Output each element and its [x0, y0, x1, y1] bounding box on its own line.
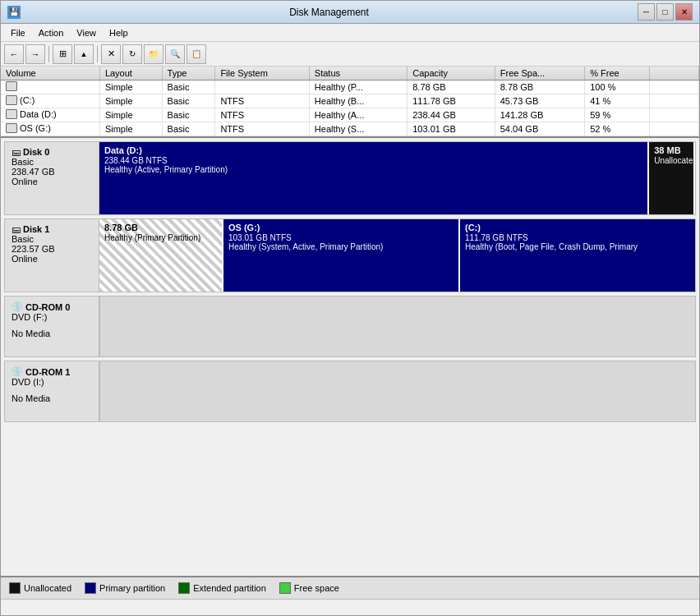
cell-type: Basic — [162, 80, 215, 94]
legend-extended: Extended partition — [178, 582, 266, 594]
col-extra — [650, 67, 699, 80]
col-pctfree[interactable]: % Free — [585, 67, 650, 80]
col-volume[interactable]: Volume — [1, 67, 99, 80]
partition-name: 8.78 GB — [104, 223, 217, 232]
cell-type: Basic — [162, 108, 215, 122]
menu-view[interactable]: View — [70, 26, 103, 39]
back-button[interactable]: ← — [4, 44, 24, 64]
cell-layout: Simple — [99, 94, 162, 108]
cell-free: 45.73 GB — [495, 94, 584, 108]
partition-name: 38 MB — [654, 145, 688, 155]
cdrom-0-label: 💿 CD-ROM 0 DVD (F:) No Media — [5, 297, 99, 356]
volume-table: Volume Layout Type File System Status Ca… — [1, 67, 699, 138]
partition-status: Healthy (Boot, Page File, Crash Dump, Pr… — [465, 242, 690, 251]
disk-0-data-partition[interactable]: Data (D:) 238.44 GB NTFS Healthy (Active… — [99, 142, 649, 214]
title-bar-left: 💾 — [7, 6, 21, 19]
partition-name: OS (G:) — [228, 223, 454, 232]
disk-1-type: Basic — [12, 234, 92, 244]
disk-0-status: Online — [12, 177, 92, 186]
cdrom-0-type: DVD (F:) — [12, 312, 92, 322]
col-capacity[interactable]: Capacity — [408, 67, 495, 80]
maximize-button[interactable]: □ — [656, 3, 674, 21]
cdrom-1-row: 💿 CD-ROM 1 DVD (I:) No Media — [4, 361, 696, 422]
partition-size: 238.44 GB NTFS — [104, 156, 642, 165]
partition-size: 111.78 GB NTFS — [465, 233, 690, 242]
disk-1-c-partition[interactable]: (C:) 111.78 GB NTFS Healthy (Boot, Page … — [460, 219, 695, 292]
disk-view: 🖴 Disk 0 Basic 238.47 GB Online Data (D:… — [1, 138, 699, 576]
cell-layout: Simple — [99, 122, 162, 136]
cell-extra — [650, 122, 699, 136]
menu-action[interactable]: Action — [32, 26, 71, 39]
cell-layout: Simple — [99, 80, 162, 94]
disk-0-unallocated[interactable]: 38 MB Unallocated — [649, 142, 695, 214]
cell-fs: NTFS — [215, 108, 309, 122]
cdrom-0-icon: 💿 — [12, 301, 23, 312]
cell-volume: OS (G:) — [1, 122, 99, 136]
cdrom-1-label: 💿 CD-ROM 1 DVD (I:) No Media — [5, 361, 99, 421]
col-freespace[interactable]: Free Spa... — [495, 67, 584, 80]
toolbar: ← → ⊞ ▲ ✕ ↻ 📁 🔍 📋 — [1, 42, 699, 67]
properties-button[interactable]: ⊞ — [53, 44, 72, 64]
menu-bar: File Action View Help — [1, 24, 699, 42]
legend-label-unallocated: Unallocated — [24, 583, 71, 593]
table-row[interactable]: (C:) Simple Basic NTFS Healthy (B... 111… — [1, 94, 699, 108]
menu-file[interactable]: File — [4, 26, 32, 39]
cdrom-1-type: DVD (I:) — [12, 377, 92, 387]
col-status[interactable]: Status — [309, 67, 407, 80]
toolbar-separator-2 — [97, 46, 98, 62]
col-type[interactable]: Type — [162, 67, 215, 80]
cell-extra — [650, 80, 699, 94]
partition-status: Healthy (Active, Primary Partition) — [104, 165, 642, 174]
refresh-button[interactable]: ↻ — [122, 44, 142, 64]
cell-free: 8.78 GB — [495, 80, 584, 94]
cdrom-1-area — [99, 361, 695, 421]
col-layout[interactable]: Layout — [99, 67, 162, 80]
disk-0-name: Disk 0 — [23, 147, 49, 157]
disk-icon — [6, 95, 17, 105]
export-button[interactable]: 📋 — [187, 44, 206, 64]
delete-button[interactable]: ✕ — [101, 44, 121, 64]
disk-0-partitions: Data (D:) 238.44 GB NTFS Healthy (Active… — [99, 142, 695, 214]
cell-volume: (C:) — [1, 94, 99, 108]
cell-pct: 100 % — [585, 80, 650, 94]
window-title: Disk Management — [21, 7, 638, 18]
partition-status: Healthy (System, Active, Primary Partiti… — [228, 242, 454, 251]
cell-volume — [1, 80, 99, 94]
legend-unallocated: Unallocated — [9, 582, 71, 594]
legend-label-free: Free space — [294, 583, 339, 593]
minimize-button[interactable]: ─ — [638, 3, 655, 21]
disk-1-status: Online — [12, 254, 92, 264]
disk-1-size: 223.57 GB — [12, 244, 92, 254]
disk-icon — [6, 81, 17, 91]
disk-1-name: Disk 1 — [23, 224, 49, 234]
legend-free: Free space — [279, 582, 339, 594]
close-button[interactable]: ✕ — [675, 3, 693, 21]
partition-size: Unallocated — [654, 156, 688, 165]
cdrom-0-name: CD-ROM 0 — [25, 302, 70, 312]
menu-help[interactable]: Help — [103, 26, 135, 39]
cell-volume: Data (D:) — [1, 108, 99, 122]
partition-name: (C:) — [465, 223, 690, 232]
col-filesystem[interactable]: File System — [215, 67, 309, 80]
table-row[interactable]: Simple Basic Healthy (P... 8.78 GB 8.78 … — [1, 80, 699, 94]
folder-button[interactable]: 📁 — [144, 44, 163, 64]
up-button[interactable]: ▲ — [74, 44, 94, 64]
disk-1-icon: 🖴 — [12, 224, 21, 234]
app-icon: 💾 — [7, 6, 21, 19]
forward-button[interactable]: → — [25, 44, 45, 64]
table-row[interactable]: Data (D:) Simple Basic NTFS Healthy (A..… — [1, 108, 699, 122]
disk-1-os-partition[interactable]: OS (G:) 103.01 GB NTFS Healthy (System, … — [223, 219, 460, 292]
cell-capacity: 238.44 GB — [408, 108, 495, 122]
search-button[interactable]: 🔍 — [165, 44, 185, 64]
legend-primary: Primary partition — [85, 582, 165, 594]
disk-1-primary-partition[interactable]: 8.78 GB Healthy (Primary Partition) — [99, 219, 223, 292]
table-row[interactable]: OS (G:) Simple Basic NTFS Healthy (S... … — [1, 122, 699, 136]
cell-free: 141.28 GB — [495, 108, 584, 122]
legend-label-extended: Extended partition — [193, 583, 266, 593]
disk-0-label: 🖴 Disk 0 Basic 238.47 GB Online — [5, 142, 99, 214]
cdrom-1-status: No Media — [12, 393, 92, 403]
cdrom-1-icon: 💿 — [12, 366, 23, 377]
cell-pct: 59 % — [585, 108, 650, 122]
cell-extra — [650, 94, 699, 108]
cdrom-0-status: No Media — [12, 329, 92, 338]
